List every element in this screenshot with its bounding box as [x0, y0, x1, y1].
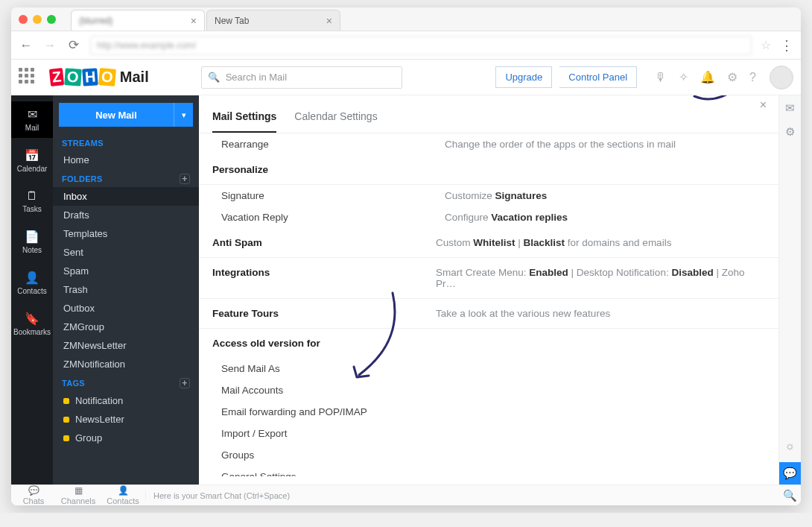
- mic-icon[interactable]: 🎙: [655, 71, 667, 84]
- row-general-settings[interactable]: General Settings: [199, 466, 778, 476]
- tab-active[interactable]: (blurred) ×: [71, 10, 205, 31]
- sidebar-item-zmnewsletter[interactable]: ZMNewsLetter: [53, 336, 199, 355]
- close-icon[interactable]: ×: [191, 15, 197, 27]
- search-icon: 🔍: [208, 72, 220, 83]
- search-input[interactable]: 🔍 Search in Mail: [201, 66, 402, 89]
- help-icon[interactable]: ?: [749, 71, 756, 84]
- rail-notes[interactable]: 📄Notes: [11, 224, 53, 260]
- row-feature-tours[interactable]: Feature Tours Take a look at the various…: [199, 299, 778, 329]
- add-folder-icon[interactable]: +: [180, 174, 190, 184]
- footer-chats[interactable]: 💬Chats: [11, 484, 56, 505]
- tag-color-icon: [63, 417, 69, 423]
- row-email-forwarding[interactable]: Email forwarding and POP/IMAP: [199, 401, 778, 423]
- maximize-window-icon[interactable]: [47, 15, 56, 24]
- footer: 💬Chats ▦Channels 👤Contacts Here is your …: [11, 485, 801, 505]
- streams-header: STREAMS: [53, 134, 199, 151]
- sidebar-tag-notification[interactable]: Notification: [53, 391, 199, 410]
- row-signature[interactable]: Signature Customize Signatures: [199, 185, 778, 206]
- sidebar-item-zmgroup[interactable]: ZMGroup: [53, 318, 199, 336]
- upgrade-button[interactable]: Upgrade: [495, 66, 552, 88]
- footer-contacts[interactable]: 👤Contacts: [101, 484, 145, 505]
- settings-tabs: Mail Settings Calendar Settings: [199, 104, 778, 133]
- rail-calendar[interactable]: 📅Calendar: [11, 142, 53, 179]
- sidebar-tag-newsletter[interactable]: NewsLetter: [53, 410, 199, 429]
- control-panel-button[interactable]: Control Panel: [559, 66, 637, 88]
- chat-icon: 💬: [28, 485, 39, 496]
- logo-mail-text: Mail: [120, 69, 149, 86]
- app-bar: ZOHO Mail 🔍 Search in Mail Upgrade Contr…: [11, 60, 801, 95]
- right-rail: ✉ ⚙ ☼ 💬: [778, 95, 801, 485]
- forward-icon[interactable]: →: [42, 38, 57, 53]
- back-icon[interactable]: ←: [19, 38, 34, 53]
- row-personalize-head: Personalize: [199, 155, 778, 185]
- sidebar-item-sent[interactable]: Sent: [53, 243, 199, 262]
- url-input[interactable]: http://www.example.com/: [90, 36, 752, 55]
- bookmark-star-icon[interactable]: ☆: [761, 38, 771, 52]
- row-antispam[interactable]: Anti Spam Custom Whitelist | Blacklist f…: [199, 228, 778, 258]
- row-mail-accounts[interactable]: Mail Accounts: [199, 379, 778, 401]
- sidebar-item-outbox[interactable]: Outbox: [53, 299, 199, 318]
- close-window-icon[interactable]: [19, 15, 28, 24]
- row-vacation[interactable]: Vacation Reply Configure Vacation replie…: [199, 206, 778, 228]
- contacts-icon: 👤: [118, 485, 129, 496]
- sidebar-item-spam[interactable]: Spam: [53, 262, 199, 280]
- search-placeholder: Search in Mail: [226, 72, 287, 83]
- bookmarks-icon: 🔖: [25, 312, 39, 326]
- settings-list[interactable]: Rearrange Change the order of the apps o…: [199, 133, 778, 476]
- browser-menu-icon[interactable]: ⋮: [780, 37, 793, 54]
- new-mail-button[interactable]: New Mail: [59, 103, 174, 127]
- zoho-mail-logo[interactable]: ZOHO Mail: [50, 69, 149, 86]
- app-rail: ✉Mail 📅Calendar 🗒Tasks 📄Notes 👤Contacts …: [11, 95, 53, 485]
- bell-icon[interactable]: 🔔: [700, 70, 715, 84]
- sidebar-tag-group[interactable]: Group: [53, 429, 199, 447]
- contacts-icon: 👤: [25, 271, 39, 285]
- avatar[interactable]: [770, 66, 793, 89]
- browser-tabs: (blurred) × New Tab ×: [71, 7, 342, 31]
- main-panel: × Mail Settings Calendar Settings Rearra…: [199, 95, 801, 485]
- tab-calendar-settings[interactable]: Calendar Settings: [294, 104, 377, 133]
- mail-rail-icon[interactable]: ✉: [785, 101, 795, 115]
- address-bar: ← → ⟳ http://www.example.com/ ☆ ⋮: [11, 31, 801, 60]
- sidebar-item-home[interactable]: Home: [53, 151, 199, 169]
- rail-contacts[interactable]: 👤Contacts: [11, 265, 53, 301]
- calendar-icon: 📅: [25, 148, 39, 162]
- new-mail-dropdown[interactable]: ▾: [174, 103, 193, 127]
- channels-icon: ▦: [74, 485, 83, 496]
- footer-hint: Here is your Smart Chat (Ctrl+Space): [145, 491, 778, 500]
- chat-rail-button[interactable]: 💬: [779, 462, 801, 485]
- footer-channels[interactable]: ▦Channels: [56, 484, 101, 505]
- minimize-window-icon[interactable]: [33, 15, 42, 24]
- reload-icon[interactable]: ⟳: [66, 37, 81, 53]
- ribbon-icon[interactable]: ✧: [679, 70, 688, 84]
- sidebar-item-zmnotification[interactable]: ZMNotification: [53, 355, 199, 373]
- add-tag-icon[interactable]: +: [180, 378, 190, 388]
- sidebar-item-trash[interactable]: Trash: [53, 280, 199, 299]
- row-import-export[interactable]: Import / Export: [199, 423, 778, 444]
- tab-label: (blurred): [79, 16, 112, 26]
- mail-icon: ✉: [28, 107, 37, 122]
- sidebar-item-templates[interactable]: Templates: [53, 224, 199, 243]
- rail-mail[interactable]: ✉Mail: [11, 101, 53, 138]
- sidebar-item-drafts[interactable]: Drafts: [53, 206, 199, 224]
- row-rearrange[interactable]: Rearrange Change the order of the apps o…: [199, 133, 778, 155]
- titlebar: (blurred) × New Tab ×: [11, 7, 801, 31]
- rail-bookmarks[interactable]: 🔖Bookmarks: [11, 306, 53, 342]
- tag-color-icon: [63, 435, 69, 441]
- row-send-as[interactable]: Send Mail As: [199, 358, 778, 379]
- close-settings-icon[interactable]: ×: [760, 98, 767, 112]
- row-access-head: Access old version for: [199, 329, 778, 358]
- sidebar-item-inbox[interactable]: Inbox: [53, 187, 199, 206]
- apps-grid-icon[interactable]: [19, 68, 38, 87]
- tag-color-icon: [63, 398, 69, 404]
- footer-search-icon[interactable]: 🔍: [778, 489, 801, 502]
- tab-newtab[interactable]: New Tab ×: [206, 10, 340, 31]
- tab-mail-settings[interactable]: Mail Settings: [212, 104, 276, 133]
- browser-window: (blurred) × New Tab × ← → ⟳ http://www.e…: [11, 7, 801, 505]
- rail-tasks[interactable]: 🗒Tasks: [11, 183, 53, 219]
- close-icon[interactable]: ×: [326, 15, 332, 27]
- row-integrations[interactable]: Integrations Smart Create Menu: Enabled …: [199, 258, 778, 299]
- gear-icon[interactable]: ⚙: [727, 70, 738, 84]
- theme-icon[interactable]: ☼: [785, 439, 796, 452]
- settings-rail-icon[interactable]: ⚙: [785, 125, 795, 139]
- row-groups[interactable]: Groups: [199, 444, 778, 466]
